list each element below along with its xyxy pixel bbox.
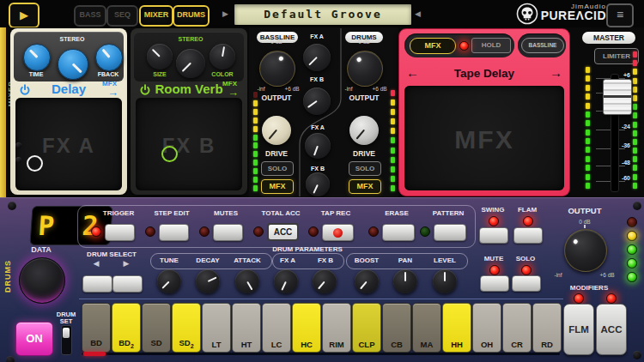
drums-fxb-send-knob[interactable]: [306, 172, 330, 196]
total-acc-button[interactable]: ACC: [267, 223, 299, 241]
pan-label: PAN: [398, 256, 412, 264]
pad-oh[interactable]: OH: [472, 303, 501, 353]
acc-led: [606, 293, 617, 304]
screw: [15, 142, 21, 148]
data-knob[interactable]: [19, 257, 65, 304]
fxb-roomverb-pedal: STEREO SIZE COLOR Room Verb MFX → FX B: [131, 28, 247, 195]
boost-knob[interactable]: [355, 269, 379, 293]
drums-min-label: -inf: [344, 86, 352, 92]
pad-bd2[interactable]: BD2: [112, 303, 141, 353]
screw: [633, 202, 641, 210]
pad-rim[interactable]: RIM: [322, 303, 351, 353]
mutes-button[interactable]: [213, 224, 243, 241]
pad-sd[interactable]: SD: [142, 303, 171, 353]
fxb-mfx-arrow-icon[interactable]: →: [228, 88, 239, 97]
flm-button[interactable]: FLM: [563, 304, 594, 355]
level-knob[interactable]: [433, 269, 457, 293]
fxa-mfx-arrow-icon[interactable]: →: [107, 88, 118, 97]
mfx-bassline-button[interactable]: BASSLINE: [521, 38, 564, 53]
hamburger-icon: ≡: [617, 8, 623, 21]
pad-ht[interactable]: HT: [232, 303, 261, 353]
pad-lc[interactable]: LC: [262, 303, 291, 353]
flam-button[interactable]: [513, 227, 543, 244]
tab-drums[interactable]: DRUMS: [173, 5, 210, 27]
pad-hc[interactable]: HC: [292, 303, 321, 353]
lcd-prev-icon[interactable]: ▶: [222, 9, 228, 18]
pad-lt[interactable]: LT: [202, 303, 231, 353]
drums-drive-knob[interactable]: [349, 116, 379, 145]
pad-cb[interactable]: CB: [382, 303, 411, 353]
mfx-panel: MFX HOLD BASSLINE ← Tape Delay → MFX: [398, 28, 570, 196]
fxa-knob-panel: STEREO TIME FBACK: [14, 32, 124, 81]
lcd-next-icon[interactable]: ◀: [415, 9, 421, 18]
drums-solo-button[interactable]: SOLO: [349, 161, 381, 176]
fxb-size-label: SIZE: [153, 71, 167, 77]
fxa-xy-pad[interactable]: FX A: [15, 98, 122, 190]
drum-pads: BD BD2 SD SD2 LT HT LC HC RIM CLP CB MA …: [79, 299, 563, 356]
mfx-xy-pad[interactable]: MFX: [404, 86, 564, 190]
total-acc-label: TOTAL ACC: [261, 209, 300, 217]
mfx-hold-button[interactable]: HOLD: [471, 38, 511, 53]
drumset-switch-handle[interactable]: [63, 328, 70, 338]
output-max-label: +6 dB: [599, 272, 614, 278]
fxa-stereo-knob[interactable]: [58, 49, 88, 80]
fxa-fback-knob[interactable]: [95, 44, 123, 71]
fxb-size-knob[interactable]: [147, 44, 173, 69]
fxa-time-knob[interactable]: [23, 44, 51, 71]
drums-output-label: OUTPUT: [349, 94, 380, 102]
fxa-stereo-label: STEREO: [60, 36, 85, 42]
acc-button[interactable]: ACC: [596, 304, 627, 355]
tab-seq[interactable]: SEQ: [106, 5, 138, 27]
decay-knob[interactable]: [196, 269, 220, 293]
pad-rd[interactable]: RD: [532, 303, 562, 353]
pad-cr[interactable]: CR: [502, 303, 532, 353]
fxa-fback-label: FBACK: [98, 71, 119, 77]
pad-bd[interactable]: BD: [82, 303, 111, 353]
erase-button[interactable]: [382, 224, 415, 241]
pad-sd2[interactable]: SD2: [172, 303, 201, 353]
attack-knob[interactable]: [235, 269, 259, 293]
tune-knob[interactable]: [157, 269, 181, 293]
pattern-button[interactable]: [434, 224, 466, 241]
drum-select-next-button[interactable]: [112, 275, 143, 293]
fxb-xy-pad[interactable]: FX B: [136, 98, 242, 190]
param-fxb-knob[interactable]: [313, 269, 337, 293]
param-fxa-knob[interactable]: [274, 269, 298, 293]
drums-section: P 2 DATA DRUMS ON DRUM SET TRIGGER STEP …: [0, 197, 644, 362]
play-button[interactable]: ▶: [9, 3, 39, 28]
fxb-color-knob[interactable]: [210, 44, 235, 69]
output-led-column: [627, 217, 637, 282]
drums-fxa-send-knob[interactable]: [305, 133, 331, 159]
drum-select-prev-button[interactable]: [82, 275, 112, 293]
fxb-pad-cursor[interactable]: [161, 146, 178, 162]
tab-bass[interactable]: BASS: [74, 5, 106, 27]
mfx-next-arrow-icon[interactable]: →: [550, 65, 562, 80]
pan-knob[interactable]: [393, 269, 417, 293]
solo-button[interactable]: [512, 275, 541, 292]
pad-ma[interactable]: MA: [412, 303, 441, 353]
output-tick: [584, 225, 586, 228]
flm-led: [574, 293, 584, 304]
tap-rec-button[interactable]: [322, 224, 354, 241]
step-edit-button[interactable]: [159, 224, 189, 241]
trigger-button[interactable]: [105, 224, 135, 241]
drumset-switch[interactable]: [61, 325, 72, 355]
mute-button[interactable]: [480, 275, 509, 292]
pad-clp[interactable]: CLP: [352, 303, 381, 353]
pad-hh[interactable]: HH: [442, 303, 471, 353]
swing-button[interactable]: [479, 227, 508, 244]
fxb-stereo-knob[interactable]: [176, 49, 205, 78]
boost-label: BOOST: [355, 256, 379, 264]
tab-mixer[interactable]: MIXER: [139, 5, 173, 27]
menu-button[interactable]: ≡: [606, 3, 634, 27]
fxa-pad-cursor[interactable]: [27, 155, 43, 172]
output-knob[interactable]: [564, 229, 607, 272]
master-fader-handle[interactable]: [603, 79, 632, 115]
on-button[interactable]: ON: [15, 322, 53, 356]
drums-mfx-button[interactable]: MFX: [349, 179, 381, 194]
drums-output-knob[interactable]: [347, 51, 383, 87]
mfx-toggle-button[interactable]: MFX: [410, 38, 456, 54]
master-label: MASTER: [582, 32, 635, 44]
trigger-led: [91, 226, 101, 237]
brand-logo: JimAudio PUREɅCID: [541, 3, 606, 21]
